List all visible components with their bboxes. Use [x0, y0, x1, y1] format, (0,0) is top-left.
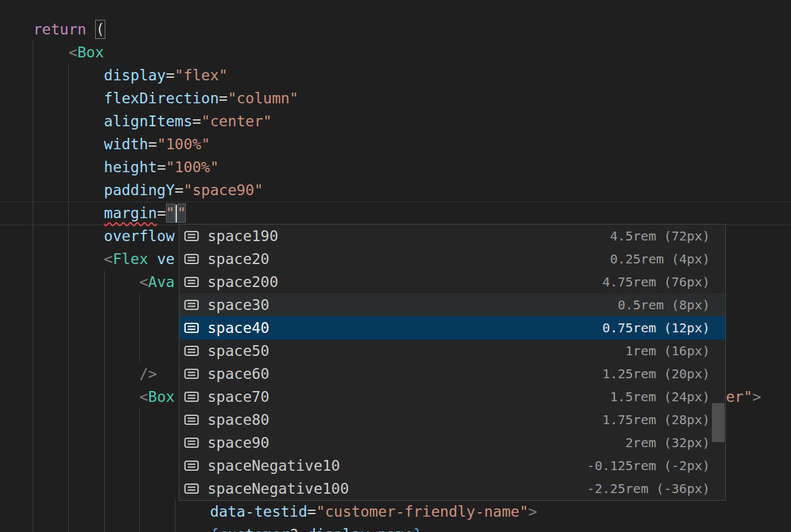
code-token [33, 182, 104, 198]
code-token: flexDirection [104, 90, 219, 107]
suggestion-detail: 0.5rem (8px) [618, 297, 711, 313]
code-token: "space90" [183, 182, 263, 198]
suggestion-item-space80[interactable]: space801.75rem (28px) [179, 408, 725, 431]
code-token: " [177, 203, 186, 223]
code-token: overflow [104, 228, 175, 244]
suggestion-item-space50[interactable]: space501rem (16px) [179, 339, 725, 362]
code-token: "100%" [157, 136, 210, 152]
code-line-4[interactable]: flexDirection="column" [33, 87, 298, 110]
suggestion-detail: -2.25rem (-36px) [587, 481, 710, 496]
autocomplete-dropdown[interactable]: space1904.5rem (72px)space200.25rem (4px… [179, 224, 726, 501]
code-line-12[interactable]: <Ava [33, 270, 175, 293]
code-token [33, 205, 104, 221]
code-token: "column" [228, 90, 299, 107]
code-token: = [175, 182, 184, 198]
code-token: } [413, 526, 422, 532]
suggestion-label: space80 [207, 411, 269, 428]
suggestion-item-space60[interactable]: space601.25rem (20px) [179, 362, 725, 385]
suggestion-detail: 2rem (32px) [626, 435, 710, 450]
suggestion-detail: 0.25rem (4px) [610, 251, 710, 267]
suggestion-label: space190 [207, 228, 278, 244]
enum-member-icon [183, 251, 200, 267]
code-line-11[interactable]: <Flex ve [33, 248, 175, 270]
suggestion-item-space30[interactable]: space300.5rem (8px) [179, 293, 725, 316]
code-token [33, 113, 104, 129]
code-line-7[interactable]: height="100%" [33, 156, 219, 179]
code-line-22[interactable]: data-testid="customer-friendly-name"> [33, 500, 537, 523]
enum-member-icon [183, 228, 200, 244]
code-line-3[interactable]: display="flex" [33, 64, 228, 87]
suggestion-detail: 1.5rem (24px) [610, 389, 710, 404]
code-line-10[interactable]: overflow [33, 225, 175, 248]
code-line-23[interactable]: {customer?.display_name} [33, 523, 422, 532]
enum-member-icon [183, 274, 200, 290]
code-token: width [104, 136, 148, 152]
code-line-8[interactable]: paddingY="space90" [33, 179, 263, 202]
code-token [33, 67, 104, 84]
code-token: = [157, 205, 166, 221]
code-token [33, 503, 210, 520]
suggestion-item-space200[interactable]: space2004.75rem (76px) [179, 270, 725, 293]
suggestion-label: space70 [207, 388, 269, 405]
code-token: display_name [307, 526, 413, 532]
code-line-9[interactable]: margin="" [33, 202, 186, 225]
code-line-5[interactable]: alignItems="center" [33, 110, 272, 133]
code-line-17[interactable]: <Box [33, 385, 175, 408]
code-token [33, 526, 210, 532]
code-token: { [210, 526, 219, 532]
suggestion-detail: 1.25rem (20px) [602, 366, 710, 381]
code-line-6[interactable]: width="100%" [33, 133, 210, 156]
code-line-2[interactable]: <Box [33, 41, 104, 64]
code-token: return [33, 21, 86, 38]
suggestion-item-space40[interactable]: space400.75rem (12px) [179, 316, 725, 339]
enum-member-icon [183, 366, 200, 382]
code-token [33, 159, 104, 175]
suggestion-item-spaceNegative10[interactable]: spaceNegative10-0.125rem (-2px) [179, 454, 725, 477]
code-token: "100%" [166, 159, 219, 175]
code-token: ?. [290, 526, 308, 532]
code-token [33, 90, 104, 107]
enum-member-icon [183, 343, 200, 359]
enum-member-icon [183, 320, 200, 336]
code-token: Ava [148, 274, 175, 290]
code-token: < [139, 388, 148, 405]
suggestion-item-space70[interactable]: space701.5rem (24px) [179, 385, 725, 408]
suggestion-item-space20[interactable]: space200.25rem (4px) [179, 248, 725, 270]
suggestion-label: space20 [207, 251, 269, 267]
suggestion-item-space90[interactable]: space902rem (32px) [179, 431, 725, 454]
suggestion-detail: 1rem (16px) [626, 343, 710, 358]
dropdown-scrollbar-thumb[interactable] [712, 403, 725, 442]
suggestion-detail: 0.75rem (12px) [602, 320, 710, 336]
code-token: /> [139, 366, 157, 382]
code-token: display [104, 67, 166, 84]
enum-member-icon [183, 434, 200, 451]
code-token: "flex" [175, 67, 228, 84]
code-token: < [68, 44, 77, 61]
suggestion-label: space50 [207, 343, 269, 359]
suggestion-item-spaceNegative100[interactable]: spaceNegative100-2.25rem (-36px) [179, 477, 725, 500]
suggestion-list[interactable]: space1904.5rem (72px)space200.25rem (4px… [179, 225, 725, 500]
code-token: Box [77, 44, 104, 61]
code-line-16[interactable]: /> [33, 362, 157, 385]
suggestion-detail: 4.75rem (76px) [602, 274, 710, 290]
code-token: alignItems [104, 113, 192, 129]
indent-guide [139, 293, 140, 362]
code-token: ve [157, 251, 175, 267]
code-token [33, 388, 139, 405]
suggestion-label: spaceNegative10 [207, 457, 340, 474]
code-line-1[interactable]: return ( [33, 18, 105, 41]
text-cursor [176, 205, 177, 223]
code-token: margin [104, 205, 157, 221]
suggestion-detail: 4.5rem (72px) [610, 228, 710, 244]
suggestion-label: space60 [207, 366, 269, 382]
code-token: = [157, 159, 166, 175]
code-token: = [148, 136, 157, 152]
code-token: "customer-friendly-name" [316, 503, 528, 520]
code-token: "center" [201, 113, 272, 129]
code-token [33, 44, 68, 61]
suggestion-label: space90 [207, 434, 269, 451]
code-token: data-testid [210, 503, 307, 520]
suggestion-detail: 1.75rem (28px) [602, 412, 710, 427]
suggestion-item-space190[interactable]: space1904.5rem (72px) [179, 225, 725, 248]
code-token [33, 228, 104, 244]
